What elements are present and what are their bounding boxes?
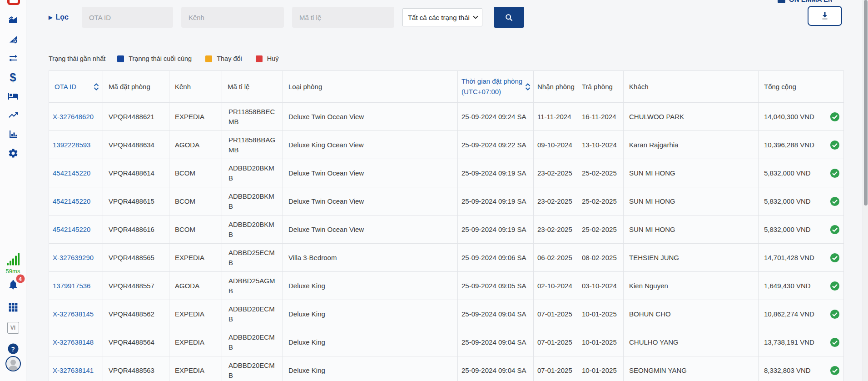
legend-title: Trạng thái gần nhất	[49, 55, 105, 62]
check-out-cell: 10-01-2025	[578, 328, 624, 356]
check-in-cell: 06-02-2025	[534, 244, 578, 271]
booked-time-cell: 25-09-2024 09:19 SA	[458, 216, 534, 243]
table-row: 4542145220 VPQR4488614 BCOM ADBBD20BKMB …	[49, 159, 843, 187]
status-success-icon	[830, 309, 840, 319]
rate-code-cell: ADBBD20ECMB	[222, 356, 283, 381]
guest-cell: SUN MI HONG	[624, 159, 759, 187]
bar-chart-icon[interactable]	[8, 129, 19, 140]
check-in-cell: 07-01-2025	[534, 300, 578, 328]
check-in-cell: 11-11-2024	[534, 103, 578, 130]
column-header-check-out: Trả phòng	[578, 71, 624, 102]
total-cell: 5,832,000 VND	[759, 159, 826, 187]
ota-id-link[interactable]: X-327648620	[53, 113, 94, 120]
avatar[interactable]	[5, 356, 21, 371]
dollar-icon[interactable]: $	[10, 72, 16, 83]
gear-icon[interactable]	[8, 148, 19, 159]
column-label: OTA ID	[55, 83, 76, 90]
status-cell	[826, 216, 843, 243]
booking-code-cell: VPQR4488621	[103, 103, 169, 130]
search-button[interactable]	[494, 7, 524, 28]
filter-toggle[interactable]: ▶ Lọc	[49, 13, 69, 21]
table-body: X-327648620 VPQR4488621 EXPEDIA PR11858B…	[49, 103, 843, 381]
area-chart-icon[interactable]	[8, 15, 19, 25]
booked-time-cell: 25-09-2024 09:19 SA	[458, 187, 534, 215]
booked-time-cell: 25-09-2024 09:22 SA	[458, 131, 534, 159]
download-button[interactable]	[808, 6, 842, 26]
check-out-cell: 13-10-2024	[578, 131, 624, 159]
ota-id-link[interactable]: X-327639290	[53, 254, 94, 261]
check-out-cell: 25-02-2025	[578, 159, 624, 187]
channel-cell: AGODA	[169, 131, 222, 159]
rate-settings-icon[interactable]	[8, 34, 19, 45]
column-header-booked-time[interactable]: Thời gian đặt phòng (UTC+07:00)	[458, 71, 534, 102]
status-success-icon	[830, 253, 840, 263]
rate-code-cell: ADBBD25ECMB	[222, 244, 283, 271]
rate-code-input[interactable]	[292, 7, 394, 28]
language-toggle[interactable]: VI	[7, 322, 19, 334]
download-icon	[819, 10, 830, 21]
ota-id-link[interactable]: 4542145220	[53, 169, 90, 177]
booked-time-cell: 25-09-2024 09:05 SA	[458, 272, 534, 300]
table-row: X-327638148 VPQR4488564 EXPEDIA ADBBD20E…	[49, 328, 843, 356]
check-in-cell: 02-10-2024	[534, 272, 578, 300]
ota-id-link[interactable]: 4542145220	[53, 197, 90, 205]
room-type-cell: Deluxe King	[283, 272, 458, 300]
room-type-cell: Deluxe Twin Ocean View	[283, 159, 458, 187]
status-filter-select[interactable]: Tất cả các trạng thái	[402, 8, 482, 26]
check-in-cell: 23-02-2025	[534, 187, 578, 215]
channel-cell: EXPEDIA	[169, 300, 222, 328]
status-success-icon	[830, 140, 840, 150]
apps-grid-icon[interactable]	[7, 302, 19, 313]
scrollbar-thumb[interactable]	[864, 0, 868, 206]
guest-cell: SUN MI HONG	[624, 216, 759, 243]
ota-id-link[interactable]: X-327638145	[53, 310, 94, 318]
ota-id-cell: 4542145220	[49, 187, 103, 215]
brand-logo[interactable]	[7, 0, 20, 5]
ota-id-link[interactable]: X-327638148	[53, 338, 94, 346]
status-cell	[826, 356, 843, 381]
ota-id-cell: 4542145220	[49, 159, 103, 187]
status-success-icon	[830, 281, 840, 291]
table-header: OTA ID Mã đặt phòng Kênh Mã tỉ lệ Loại p…	[49, 71, 843, 103]
ota-id-link[interactable]: 4542145220	[53, 226, 90, 233]
status-cell	[826, 159, 843, 187]
bell-icon[interactable]: 4	[7, 279, 19, 291]
status-cell	[826, 244, 843, 271]
channel-input[interactable]	[181, 7, 284, 28]
ota-id-input[interactable]	[82, 7, 173, 28]
check-out-cell: 16-11-2024	[578, 103, 624, 130]
sort-icon	[94, 83, 99, 90]
scrollbar-track[interactable]	[863, 0, 868, 381]
table-row: 1392228593 VPQR4488634 AGODA PR11858BBAG…	[49, 131, 843, 159]
total-cell: 8,332,803 VND	[759, 356, 826, 381]
check-out-cell: 10-01-2025	[578, 300, 624, 328]
status-cell	[826, 187, 843, 215]
rate-code-cell: ADBBD20BKMB	[222, 216, 283, 243]
filter-bar: ▶ Lọc Tất cả các trạng thái	[49, 7, 863, 28]
latency-label: 59ms	[6, 268, 20, 275]
column-header-ota-id[interactable]: OTA ID	[49, 71, 103, 102]
room-type-cell: Deluxe King	[283, 300, 458, 328]
ota-id-link[interactable]: X-327638141	[53, 366, 94, 374]
status-cell	[826, 300, 843, 328]
channel-cell: EXPEDIA	[169, 328, 222, 356]
total-cell: 14,040,300 VND	[759, 103, 826, 130]
ota-id-link[interactable]: 1379917536	[53, 282, 90, 290]
status-cell	[826, 103, 843, 130]
column-header-room-type: Loại phòng	[283, 71, 458, 102]
check-out-cell: 25-02-2025	[578, 187, 624, 215]
table-row: X-327639290 VPQR4488565 EXPEDIA ADBBD25E…	[49, 244, 843, 272]
bed-icon[interactable]	[8, 90, 19, 101]
caret-right-icon: ▶	[49, 15, 52, 20]
help-icon[interactable]: ?	[8, 344, 18, 354]
ota-id-link[interactable]: 1392228593	[53, 141, 90, 149]
column-header-guest: Khách	[624, 71, 759, 102]
swap-arrows-icon[interactable]	[8, 53, 19, 64]
total-cell: 13,738,191 VND	[759, 328, 826, 356]
guest-cell: SUN MI HONG	[624, 187, 759, 215]
status-cell	[826, 131, 843, 159]
trending-up-icon[interactable]	[8, 110, 19, 120]
check-in-cell: 23-02-2025	[534, 159, 578, 187]
sort-icon	[525, 83, 531, 90]
table-row: X-327638141 VPQR4488563 EXPEDIA ADBBD20E…	[49, 356, 843, 381]
